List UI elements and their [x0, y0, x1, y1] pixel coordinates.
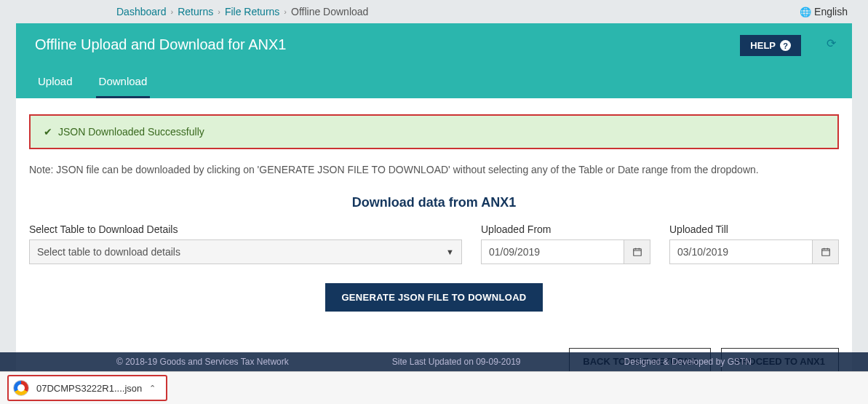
table-label: Select Table to Download Details	[29, 223, 462, 235]
chevron-up-icon: ⌃	[149, 384, 156, 393]
language-label: English	[814, 6, 848, 17]
main-panel: Offline Upload and Download for ANX1 HEL…	[16, 23, 852, 388]
tab-download[interactable]: Download	[96, 68, 151, 98]
download-chip[interactable]: 07DCMPS3222R1....json ⌃	[7, 375, 167, 401]
svg-rect-1	[821, 249, 829, 256]
page-title: Offline Upload and Download for ANX1	[35, 36, 833, 53]
chevron-right-icon: ›	[218, 7, 220, 16]
crumb-dashboard[interactable]: Dashboard	[116, 6, 167, 17]
alert-text: JSON Downloaded Successfully	[58, 126, 204, 138]
footer-left: © 2018-19 Goods and Services Tax Network	[116, 357, 289, 367]
till-label: Uploaded Till	[669, 223, 839, 235]
footer-right: Designed & Developed by GSTN	[624, 357, 752, 367]
footer-bar: © 2018-19 Goods and Services Tax Network…	[0, 352, 868, 371]
success-alert: ✔ JSON Downloaded Successfully	[29, 114, 839, 149]
language-selector[interactable]: 🌐 English	[800, 6, 848, 17]
tab-upload[interactable]: Upload	[35, 68, 76, 98]
crumb-file-returns[interactable]: File Returns	[225, 6, 279, 17]
globe-icon: 🌐	[800, 7, 811, 17]
download-filename: 07DCMPS3222R1....json	[36, 383, 142, 394]
generate-json-button[interactable]: GENERATE JSON FILE TO DOWNLOAD	[325, 283, 542, 312]
tab-bar: Upload Download	[35, 68, 833, 98]
hero-banner: Offline Upload and Download for ANX1 HEL…	[16, 23, 852, 98]
chevron-right-icon: ›	[171, 7, 174, 16]
chrome-icon	[13, 380, 29, 396]
download-bar: 07DCMPS3222R1....json ⌃	[0, 371, 868, 404]
check-circle-icon: ✔	[44, 126, 52, 138]
svg-rect-0	[633, 249, 641, 256]
note-text: Note: JSON file can be downloaded by cli…	[29, 162, 839, 178]
from-label: Uploaded From	[481, 223, 650, 235]
breadcrumb: Dashboard › Returns › File Returns › Off…	[116, 6, 368, 17]
crumb-returns[interactable]: Returns	[178, 6, 213, 17]
uploaded-till-input[interactable]	[670, 240, 812, 264]
refresh-icon[interactable]: ⟳	[827, 36, 836, 50]
table-select[interactable]: Select table to download details ▼	[29, 239, 462, 264]
table-select-value: Select table to download details	[37, 246, 180, 258]
chevron-right-icon: ›	[284, 7, 287, 16]
crumb-current: Offline Download	[291, 6, 368, 17]
help-button[interactable]: HELP ?	[740, 35, 801, 56]
section-title: Download data from ANX1	[29, 195, 839, 210]
question-icon: ?	[780, 40, 791, 51]
footer-mid: Site Last Updated on 09-09-2019	[392, 357, 521, 367]
caret-down-icon: ▼	[446, 247, 454, 256]
calendar-icon[interactable]	[624, 240, 650, 264]
uploaded-from-input[interactable]	[482, 240, 624, 264]
help-label: HELP	[750, 40, 776, 51]
calendar-icon[interactable]	[812, 240, 838, 264]
